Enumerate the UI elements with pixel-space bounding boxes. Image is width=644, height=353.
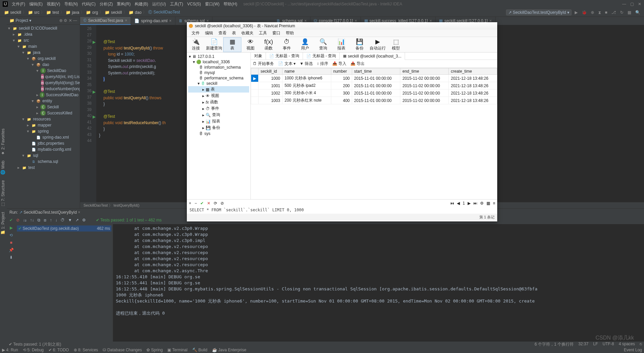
menu-vcs[interactable]: VCS(S) <box>185 2 203 6</box>
status-le[interactable]: LF <box>593 342 598 347</box>
nav-tree-node[interactable]: 表 <box>211 86 215 92</box>
nav-tab[interactable]: 对象 <box>251 52 266 60</box>
menu-view[interactable]: 视图(V) <box>45 1 62 7</box>
nav-tree-node[interactable]: 查询 <box>212 112 220 118</box>
nav-tool-模型[interactable]: ⬚模型 <box>387 37 405 52</box>
tree-item[interactable]: Seckill <box>47 105 59 109</box>
sort-button[interactable]: ↕ 排序 <box>317 61 328 67</box>
debug-icon[interactable]: 🐞 <box>581 10 588 15</box>
crumb[interactable]: 📁 test <box>45 10 60 15</box>
crumb[interactable]: Ⓒ SeckillDaoTest <box>147 9 181 15</box>
nav-tree-root[interactable]: 127.0.0.1 <box>198 54 214 59</box>
tree-item[interactable]: src <box>24 38 29 43</box>
tree-item[interactable]: SuccessKilledDao <box>46 93 78 97</box>
collapse-icon[interactable]: ⧈ <box>44 218 46 222</box>
nav-tool-新建查询[interactable]: 📄新建查询 <box>205 37 223 52</box>
menu-run[interactable]: 运行(U) <box>150 1 168 7</box>
clock-icon[interactable]: ⏱ <box>61 218 65 222</box>
nav-tab[interactable]: 📄 无标题 - 查询 <box>303 52 340 60</box>
run-config-select[interactable]: ↗ SeckillDaoTest.testQueryById ▾ <box>506 9 572 15</box>
nav-menu-file[interactable]: 文件 <box>189 30 202 36</box>
nav-tree-node[interactable]: 事件 <box>211 106 219 111</box>
run-icon[interactable]: ▶ <box>574 10 579 15</box>
close-tab-icon[interactable]: × <box>125 18 127 23</box>
nav-tab[interactable]: 📄 无标题 - 查询 <box>266 52 303 60</box>
export-button[interactable]: 📤 导出 <box>350 61 365 67</box>
tree-item[interactable]: queryById(long):Seckill <box>45 80 80 85</box>
menu-tools[interactable]: 工具(T) <box>168 1 185 7</box>
tool-button[interactable]: ▣ Terminal <box>167 348 187 352</box>
table-row[interactable]: 1002300 元秒杀小米 4300 2015-11-01 00:00:0020… <box>251 90 497 97</box>
rerun-failed-icon[interactable]: ⟲ <box>9 233 13 238</box>
nav-tree-db[interactable]: performance_schema <box>204 76 243 80</box>
structure-tool-button[interactable]: ⬚ 7: Structure <box>0 178 6 209</box>
begin-txn-button[interactable]: 🗒 开始事务 <box>253 61 274 67</box>
nav-tool-备份[interactable]: 💾备份 <box>350 37 369 52</box>
tree-item[interactable]: spring-dao.xml <box>42 135 69 140</box>
tool-button[interactable]: ☕ Java Enterprise <box>212 348 246 352</box>
nav-tree-node[interactable]: 备份 <box>212 125 220 131</box>
nav-tree-db[interactable]: sys <box>204 131 210 136</box>
tree-item[interactable]: .idea <box>24 32 32 37</box>
crumb[interactable]: 📁 seckill <box>103 10 123 15</box>
profile-icon[interactable]: ⧗ <box>597 10 602 15</box>
export-icon[interactable]: ↗ <box>75 218 79 222</box>
tool-button[interactable]: ▶ 4: Run <box>2 348 18 352</box>
menu-help[interactable]: 帮助(H) <box>222 1 239 7</box>
nav-tree-db[interactable]: seckill <box>206 81 217 86</box>
nav-tool-自动运行[interactable]: ▶自动运行 <box>369 37 387 52</box>
favorites-tool-button[interactable]: ★ 2: Favorites <box>0 127 6 157</box>
nav-menu-view[interactable]: 查看 <box>216 30 229 36</box>
stop-icon[interactable]: ■ <box>604 10 608 15</box>
col-header[interactable]: seckill_id <box>259 68 282 75</box>
pin-icon[interactable]: 📌 <box>9 248 14 252</box>
crumb[interactable]: 📁 org <box>84 10 99 15</box>
sort-icon[interactable]: ↑↓ <box>30 218 34 222</box>
first-page-icon[interactable]: ⏮ <box>450 201 454 206</box>
tree-item[interactable]: dao <box>42 62 49 67</box>
settings-icon[interactable]: ▦ <box>626 10 632 15</box>
tree-item[interactable]: org.seckill <box>38 56 56 61</box>
editor-tab[interactable]: 📄spring-dao.xml× <box>131 17 175 25</box>
test-item[interactable]: SeckillDaoTest (org.seckill.dao) <box>23 226 79 231</box>
status-lock-icon[interactable]: ⎋ <box>640 342 642 347</box>
menu-refactor[interactable]: 重构(R) <box>115 1 133 7</box>
tree-item[interactable]: java <box>33 50 40 55</box>
stop-icon[interactable]: ⊘ <box>221 201 224 206</box>
nav-tree-conn[interactable]: localhost_3306 <box>203 60 230 64</box>
view-grid-icon[interactable]: ▦ <box>486 201 490 206</box>
nav-tool-函数[interactable]: f(x)函数 <box>260 37 278 52</box>
import-button[interactable]: 📥 导入 <box>332 61 346 67</box>
tree-item[interactable]: test <box>28 165 35 170</box>
tree-item[interactable]: entity <box>42 99 52 103</box>
nav-menu-help[interactable]: 帮助 <box>283 30 297 36</box>
prev-icon[interactable]: ↑ <box>50 218 52 222</box>
nav-menu-window[interactable]: 窗口 <box>270 30 283 36</box>
git-icon[interactable]: ⎇ <box>610 10 617 15</box>
tree-item[interactable]: jdbc.properties <box>38 141 64 146</box>
menu-code[interactable]: 代码(C) <box>80 1 98 7</box>
col-header[interactable]: name <box>282 68 331 75</box>
menu-navigate[interactable]: 导航(N) <box>62 1 80 7</box>
remove-row-icon[interactable]: − <box>195 201 197 206</box>
nav-menu-fav[interactable]: 收藏夹 <box>239 30 256 36</box>
tool-button[interactable]: 🔨 Build <box>192 348 207 352</box>
rerun-icon[interactable]: ▶ <box>10 225 13 230</box>
col-header[interactable]: number <box>331 68 352 75</box>
table-row[interactable]: ▶ 10001000 元秒杀 iphone6100 2015-11-01 00:… <box>251 75 497 82</box>
settings-icon[interactable]: ⚙ <box>82 218 86 222</box>
tree-item[interactable]: queryAll(int, int):List<S <box>45 74 80 79</box>
status-indent[interactable]: 4 spaces <box>619 342 635 347</box>
col-header[interactable]: end_time <box>400 68 449 75</box>
nav-tree-db[interactable]: information_schema <box>204 65 241 70</box>
menu-file[interactable]: 文件(F) <box>10 1 27 7</box>
nav-tree-node[interactable]: 视图 <box>211 93 219 99</box>
sort-icon[interactable]: ↓₂ <box>23 218 27 222</box>
project-tool-icons[interactable]: ⊕ ⚙ ✕ — <box>59 18 77 23</box>
run-gutter-icon[interactable]: ▶ <box>92 114 96 118</box>
col-header[interactable]: start_time <box>352 68 400 75</box>
editor-tab[interactable]: ©SeckillDaoTest.java× <box>80 17 131 25</box>
crumb[interactable]: 📁 seckill <box>3 10 23 15</box>
nav-tool-用户[interactable]: 👤用户 <box>296 37 314 52</box>
navicat-titlebar[interactable]: seckill @seckill (localhost_3306) - 表 - … <box>187 22 497 30</box>
